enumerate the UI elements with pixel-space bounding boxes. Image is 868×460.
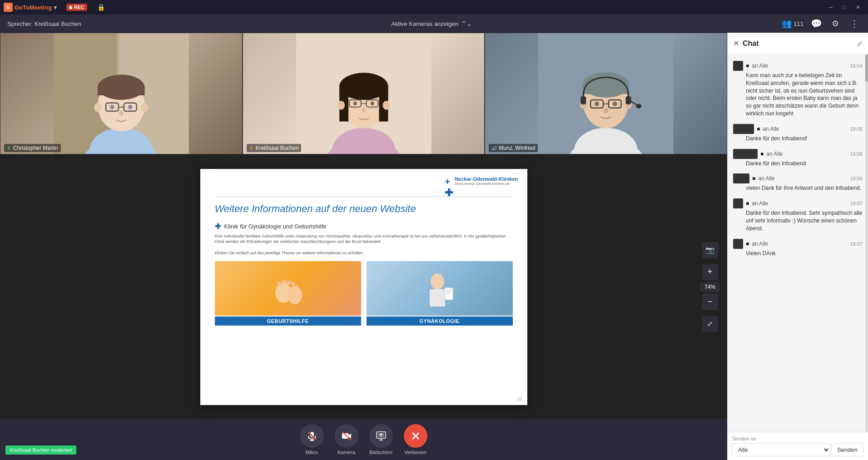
chat-expand-icon[interactable]: ⤢: [857, 40, 863, 47]
verlassen-button[interactable]: Verlassen: [404, 424, 427, 455]
bildschirm-icon: [369, 424, 393, 448]
settings-button[interactable]: ⚙: [829, 17, 842, 30]
mikro-icon: [300, 424, 324, 448]
video-label-kreissaal: 🎙 Kreißsaal Buchen: [247, 144, 302, 152]
person-svg-3: [485, 33, 727, 154]
mic-icon-2: 🎙: [249, 146, 254, 151]
chat-avatar-2: [733, 124, 754, 134]
slide-website: www.neckar-odenwald-kliniken.de: [455, 182, 518, 186]
minimize-button[interactable]: ─: [824, 2, 837, 12]
svg-point-14: [128, 105, 133, 109]
rec-dot: [69, 6, 72, 9]
chat-scrollbar[interactable]: [865, 54, 868, 432]
kamera-label: Kamera: [337, 450, 355, 455]
video-bg-christopher: [0, 33, 242, 154]
mic-icon-3: 🔊: [491, 146, 497, 151]
slide-divider: [215, 196, 513, 197]
chat-message-4: ■ an Alle 19:06 vielen Dank für Ihre Ant…: [728, 171, 868, 195]
chat-time-4: 19:06: [850, 176, 863, 181]
chat-icon-btn[interactable]: 💬: [810, 17, 823, 30]
top-bar: Sprecher: Kreißsaal Buchen Aktive Kamera…: [0, 15, 868, 33]
video-name-2: Kreißsaal Buchen: [256, 145, 299, 151]
slide-clinic-desc: Eine individuelle familiäre Geburtshilfe…: [215, 233, 513, 245]
svg-rect-23: [339, 85, 388, 95]
video-name-3: Munz, Winfried: [499, 145, 535, 151]
video-bg-kreissaal: [243, 33, 485, 154]
chat-msg-header-6: ■ an Alle 19:07: [733, 239, 863, 249]
svg-point-9: [141, 103, 149, 112]
slide-block-gynakologie: GYNÄKOLOGIE Informationen über die Behan…: [367, 261, 513, 326]
chat-footer-row: Alle ⌄ Senden: [732, 443, 863, 456]
video-label-munz: 🔊 Munz, Winfried: [489, 144, 538, 152]
camera-svg: [342, 431, 352, 441]
svg-point-56: [431, 273, 444, 290]
geburtshilfe-label: GEBURTSHILFE: [215, 317, 361, 326]
recipient-select[interactable]: Alle: [732, 443, 830, 456]
svg-point-8: [94, 103, 101, 112]
svg-rect-46: [581, 96, 586, 104]
camera-chevron-icon: ⌃⌄: [461, 20, 472, 27]
participants-count[interactable]: 👥 111: [782, 19, 804, 29]
chat-panel: ✕ Chat ⤢ ■ an Alle 18:54 Kann man auch z…: [727, 33, 868, 460]
sprecher-info: Sprecher: Kreißsaal Buchen: [7, 20, 81, 27]
slide-block-geburtshilfe: GEBURTSHILFE Der Kreißsaal in 360°, Info…: [215, 261, 361, 326]
chat-time-6: 19:07: [850, 241, 863, 247]
chat-avatar-4: [733, 173, 749, 183]
chat-msg-header-4: ■ an Alle 19:06: [733, 173, 863, 183]
bildschirm-button[interactable]: Bildschirm: [369, 424, 393, 455]
video-grid: 🎙 Christopher Martin: [0, 33, 727, 154]
zoom-camera-button[interactable]: 📷: [702, 242, 718, 258]
leave-svg: [411, 431, 421, 441]
svg-point-24: [337, 101, 345, 110]
zoom-external-button[interactable]: ⤢: [702, 316, 718, 332]
chat-avatar-3: [733, 149, 758, 159]
chat-to-6: an Alle: [752, 241, 768, 247]
chat-close-icon[interactable]: ✕: [733, 39, 739, 48]
svg-rect-57: [430, 289, 445, 307]
video-cell-kreissaal: 🎙 Kreißsaal Buchen: [243, 33, 485, 154]
zoom-in-button[interactable]: +: [702, 264, 718, 280]
bildschirm-label: Bildschirm: [369, 450, 392, 455]
lock-icon[interactable]: 🔒: [95, 1, 108, 14]
svg-rect-7: [98, 86, 144, 95]
mic-svg: [307, 431, 317, 441]
verlassen-icon: [404, 424, 427, 448]
svg-point-43: [595, 102, 599, 106]
doctor-svg: [422, 270, 458, 307]
maximize-button[interactable]: □: [838, 2, 851, 12]
svg-point-48: [636, 104, 642, 109]
camera-controls[interactable]: Aktive Kameras anzeigen ⌃⌄: [391, 20, 471, 27]
chat-msg-header-3: ■ an Alle 19:06: [733, 149, 863, 159]
chat-msg-header-5: ■ an Alle 19:07: [733, 198, 863, 208]
send-button[interactable]: Senden: [831, 443, 863, 456]
title-bar-left: G GoToMeeting ▾ REC 🔒: [4, 1, 108, 14]
chat-message-1: ■ an Alle 18:54 Kann man auch zur x-beli…: [728, 58, 868, 120]
zoom-out-button[interactable]: −: [702, 294, 718, 310]
slide-container: ✚ Neckar-Odenwald-Kliniken www.neckar-od…: [200, 169, 527, 405]
chat-sender-6: ■: [746, 241, 749, 247]
more-menu-button[interactable]: ⋮: [848, 17, 861, 30]
chat-to-4: an Alle: [758, 175, 774, 182]
sprecher-label: Sprecher: Kreißsaal Buchen: [7, 20, 81, 27]
rec-label: REC: [74, 5, 84, 10]
slide-click-text: Klicken Sie einfach auf das jeweilige Th…: [215, 250, 513, 256]
chat-title: Chat: [743, 40, 759, 48]
svg-point-29: [353, 102, 357, 105]
participants-number: 111: [794, 20, 804, 27]
chat-message-6: ■ an Alle 19:07 Vielen DAnk: [728, 236, 868, 260]
svg-point-31: [362, 108, 366, 112]
dropdown-arrow[interactable]: ▾: [54, 4, 57, 11]
mikro-button[interactable]: Mikro: [300, 424, 324, 455]
chat-messages[interactable]: ■ an Alle 18:54 Kann man auch zur x-beli…: [728, 54, 868, 432]
chat-footer: Senden an Alle ⌄ Senden: [728, 432, 868, 460]
chat-avatar-5: [733, 198, 743, 208]
title-bar: G GoToMeeting ▾ REC 🔒 ─ □ ✕: [0, 0, 868, 15]
close-button[interactable]: ✕: [852, 2, 864, 12]
slide-logo-cross: ✚: [445, 177, 453, 185]
chat-avatar-1: [733, 61, 743, 71]
svg-point-15: [119, 111, 124, 116]
kamera-button[interactable]: Kamera: [335, 424, 358, 455]
zoom-level-display: 74%: [700, 282, 720, 292]
chat-msg-header-2: ■ an Alle 19:05: [733, 124, 863, 134]
chat-sender-4: ■: [752, 175, 755, 182]
